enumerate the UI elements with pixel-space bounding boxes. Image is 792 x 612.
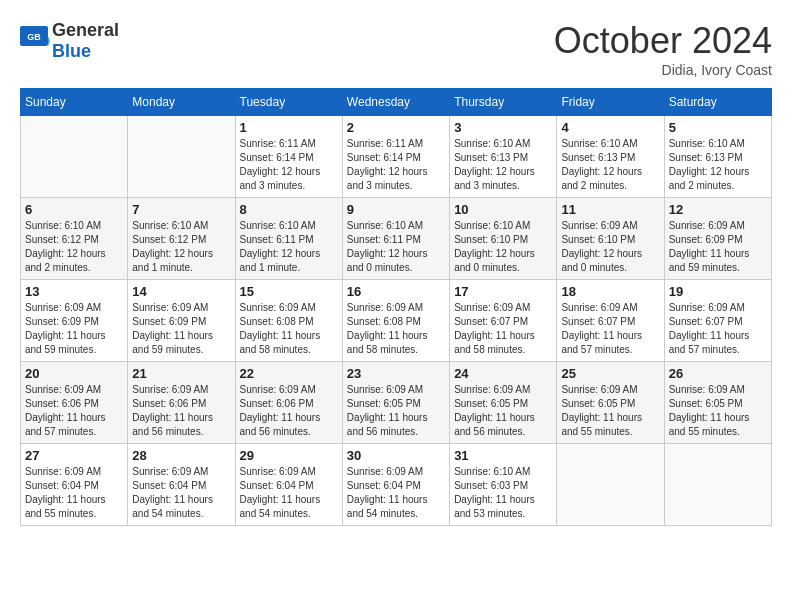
day-info: Sunrise: 6:10 AM Sunset: 6:13 PM Dayligh… <box>454 137 552 193</box>
location: Didia, Ivory Coast <box>554 62 772 78</box>
day-info: Sunrise: 6:09 AM Sunset: 6:06 PM Dayligh… <box>132 383 230 439</box>
day-number: 14 <box>132 284 230 299</box>
day-info: Sunrise: 6:09 AM Sunset: 6:05 PM Dayligh… <box>669 383 767 439</box>
day-info: Sunrise: 6:11 AM Sunset: 6:14 PM Dayligh… <box>240 137 338 193</box>
day-number: 1 <box>240 120 338 135</box>
calendar-cell: 8Sunrise: 6:10 AM Sunset: 6:11 PM Daylig… <box>235 198 342 280</box>
day-number: 28 <box>132 448 230 463</box>
weekday-header: Monday <box>128 89 235 116</box>
weekday-header-row: SundayMondayTuesdayWednesdayThursdayFrid… <box>21 89 772 116</box>
day-number: 22 <box>240 366 338 381</box>
day-number: 12 <box>669 202 767 217</box>
calendar-cell: 25Sunrise: 6:09 AM Sunset: 6:05 PM Dayli… <box>557 362 664 444</box>
day-number: 10 <box>454 202 552 217</box>
calendar-week-row: 13Sunrise: 6:09 AM Sunset: 6:09 PM Dayli… <box>21 280 772 362</box>
calendar-week-row: 6Sunrise: 6:10 AM Sunset: 6:12 PM Daylig… <box>21 198 772 280</box>
day-info: Sunrise: 6:11 AM Sunset: 6:14 PM Dayligh… <box>347 137 445 193</box>
day-info: Sunrise: 6:09 AM Sunset: 6:08 PM Dayligh… <box>240 301 338 357</box>
calendar-cell: 26Sunrise: 6:09 AM Sunset: 6:05 PM Dayli… <box>664 362 771 444</box>
calendar-week-row: 1Sunrise: 6:11 AM Sunset: 6:14 PM Daylig… <box>21 116 772 198</box>
day-info: Sunrise: 6:09 AM Sunset: 6:05 PM Dayligh… <box>561 383 659 439</box>
calendar-cell: 10Sunrise: 6:10 AM Sunset: 6:10 PM Dayli… <box>450 198 557 280</box>
weekday-header: Tuesday <box>235 89 342 116</box>
day-info: Sunrise: 6:09 AM Sunset: 6:06 PM Dayligh… <box>240 383 338 439</box>
calendar-cell <box>128 116 235 198</box>
calendar-cell: 22Sunrise: 6:09 AM Sunset: 6:06 PM Dayli… <box>235 362 342 444</box>
day-info: Sunrise: 6:09 AM Sunset: 6:04 PM Dayligh… <box>240 465 338 521</box>
calendar-cell: 29Sunrise: 6:09 AM Sunset: 6:04 PM Dayli… <box>235 444 342 526</box>
day-number: 2 <box>347 120 445 135</box>
calendar-cell: 21Sunrise: 6:09 AM Sunset: 6:06 PM Dayli… <box>128 362 235 444</box>
day-info: Sunrise: 6:09 AM Sunset: 6:09 PM Dayligh… <box>25 301 123 357</box>
day-info: Sunrise: 6:10 AM Sunset: 6:11 PM Dayligh… <box>347 219 445 275</box>
day-number: 4 <box>561 120 659 135</box>
calendar-cell: 18Sunrise: 6:09 AM Sunset: 6:07 PM Dayli… <box>557 280 664 362</box>
day-info: Sunrise: 6:09 AM Sunset: 6:08 PM Dayligh… <box>347 301 445 357</box>
calendar-cell: 28Sunrise: 6:09 AM Sunset: 6:04 PM Dayli… <box>128 444 235 526</box>
day-info: Sunrise: 6:09 AM Sunset: 6:04 PM Dayligh… <box>347 465 445 521</box>
calendar-cell: 27Sunrise: 6:09 AM Sunset: 6:04 PM Dayli… <box>21 444 128 526</box>
calendar-cell: 2Sunrise: 6:11 AM Sunset: 6:14 PM Daylig… <box>342 116 449 198</box>
day-number: 31 <box>454 448 552 463</box>
day-number: 23 <box>347 366 445 381</box>
day-info: Sunrise: 6:10 AM Sunset: 6:11 PM Dayligh… <box>240 219 338 275</box>
day-number: 9 <box>347 202 445 217</box>
logo-icon: GB <box>20 26 50 56</box>
title-block: October 2024 Didia, Ivory Coast <box>554 20 772 78</box>
day-info: Sunrise: 6:09 AM Sunset: 6:06 PM Dayligh… <box>25 383 123 439</box>
day-number: 18 <box>561 284 659 299</box>
day-number: 17 <box>454 284 552 299</box>
calendar-cell: 11Sunrise: 6:09 AM Sunset: 6:10 PM Dayli… <box>557 198 664 280</box>
calendar-cell: 16Sunrise: 6:09 AM Sunset: 6:08 PM Dayli… <box>342 280 449 362</box>
calendar-table: SundayMondayTuesdayWednesdayThursdayFrid… <box>20 88 772 526</box>
calendar-cell: 1Sunrise: 6:11 AM Sunset: 6:14 PM Daylig… <box>235 116 342 198</box>
day-info: Sunrise: 6:09 AM Sunset: 6:07 PM Dayligh… <box>561 301 659 357</box>
day-number: 21 <box>132 366 230 381</box>
day-number: 7 <box>132 202 230 217</box>
svg-marker-2 <box>48 36 50 46</box>
calendar-cell: 15Sunrise: 6:09 AM Sunset: 6:08 PM Dayli… <box>235 280 342 362</box>
day-number: 15 <box>240 284 338 299</box>
calendar-cell: 30Sunrise: 6:09 AM Sunset: 6:04 PM Dayli… <box>342 444 449 526</box>
day-info: Sunrise: 6:10 AM Sunset: 6:13 PM Dayligh… <box>669 137 767 193</box>
day-number: 30 <box>347 448 445 463</box>
page-header: GB General Blue October 2024 Didia, Ivor… <box>20 20 772 78</box>
day-number: 27 <box>25 448 123 463</box>
calendar-cell <box>21 116 128 198</box>
logo-general: General <box>52 20 119 40</box>
day-info: Sunrise: 6:09 AM Sunset: 6:09 PM Dayligh… <box>132 301 230 357</box>
day-number: 19 <box>669 284 767 299</box>
day-number: 24 <box>454 366 552 381</box>
logo-blue: Blue <box>52 41 91 61</box>
day-number: 16 <box>347 284 445 299</box>
day-number: 11 <box>561 202 659 217</box>
day-info: Sunrise: 6:09 AM Sunset: 6:04 PM Dayligh… <box>25 465 123 521</box>
logo: GB General Blue <box>20 20 119 62</box>
calendar-cell <box>557 444 664 526</box>
calendar-week-row: 20Sunrise: 6:09 AM Sunset: 6:06 PM Dayli… <box>21 362 772 444</box>
calendar-cell: 14Sunrise: 6:09 AM Sunset: 6:09 PM Dayli… <box>128 280 235 362</box>
day-number: 20 <box>25 366 123 381</box>
calendar-cell: 7Sunrise: 6:10 AM Sunset: 6:12 PM Daylig… <box>128 198 235 280</box>
day-info: Sunrise: 6:09 AM Sunset: 6:05 PM Dayligh… <box>454 383 552 439</box>
day-info: Sunrise: 6:10 AM Sunset: 6:10 PM Dayligh… <box>454 219 552 275</box>
calendar-cell <box>664 444 771 526</box>
day-info: Sunrise: 6:09 AM Sunset: 6:09 PM Dayligh… <box>669 219 767 275</box>
calendar-cell: 24Sunrise: 6:09 AM Sunset: 6:05 PM Dayli… <box>450 362 557 444</box>
calendar-cell: 19Sunrise: 6:09 AM Sunset: 6:07 PM Dayli… <box>664 280 771 362</box>
day-info: Sunrise: 6:10 AM Sunset: 6:12 PM Dayligh… <box>25 219 123 275</box>
weekday-header: Saturday <box>664 89 771 116</box>
weekday-header: Thursday <box>450 89 557 116</box>
calendar-cell: 6Sunrise: 6:10 AM Sunset: 6:12 PM Daylig… <box>21 198 128 280</box>
day-info: Sunrise: 6:09 AM Sunset: 6:07 PM Dayligh… <box>669 301 767 357</box>
day-info: Sunrise: 6:09 AM Sunset: 6:10 PM Dayligh… <box>561 219 659 275</box>
svg-text:GB: GB <box>27 32 41 42</box>
day-number: 8 <box>240 202 338 217</box>
day-info: Sunrise: 6:10 AM Sunset: 6:03 PM Dayligh… <box>454 465 552 521</box>
weekday-header: Sunday <box>21 89 128 116</box>
day-info: Sunrise: 6:10 AM Sunset: 6:12 PM Dayligh… <box>132 219 230 275</box>
calendar-cell: 12Sunrise: 6:09 AM Sunset: 6:09 PM Dayli… <box>664 198 771 280</box>
day-info: Sunrise: 6:09 AM Sunset: 6:05 PM Dayligh… <box>347 383 445 439</box>
calendar-cell: 13Sunrise: 6:09 AM Sunset: 6:09 PM Dayli… <box>21 280 128 362</box>
calendar-cell: 31Sunrise: 6:10 AM Sunset: 6:03 PM Dayli… <box>450 444 557 526</box>
